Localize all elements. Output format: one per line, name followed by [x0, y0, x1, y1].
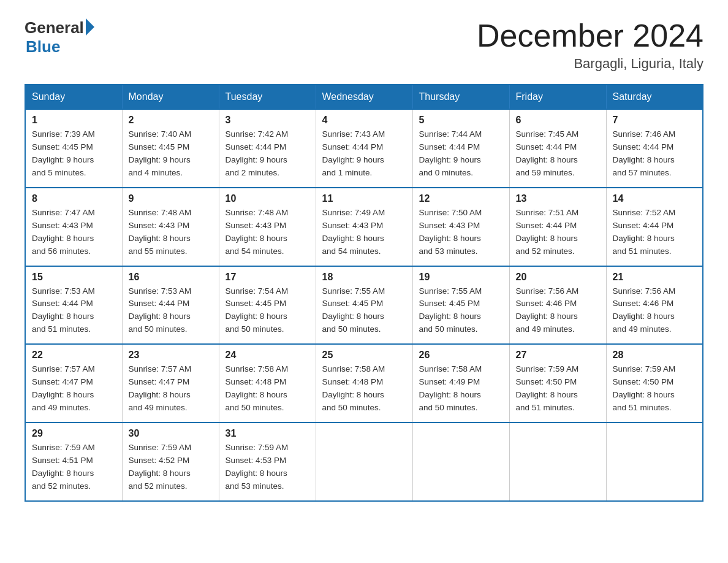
day-number: 3 — [226, 115, 309, 126]
header-thursday: Thursday — [412, 85, 509, 109]
calendar-cell: 25Sunrise: 7:58 AMSunset: 4:48 PMDayligh… — [316, 344, 412, 423]
calendar-cell: 20Sunrise: 7:56 AMSunset: 4:46 PMDayligh… — [509, 266, 606, 345]
day-info: Sunrise: 7:45 AMSunset: 4:44 PMDaylight:… — [516, 128, 600, 180]
day-info: Sunrise: 7:54 AMSunset: 4:45 PMDaylight:… — [226, 285, 309, 337]
calendar-cell: 15Sunrise: 7:53 AMSunset: 4:44 PMDayligh… — [25, 266, 122, 345]
calendar-cell — [316, 423, 412, 501]
calendar-week-row: 22Sunrise: 7:57 AMSunset: 4:47 PMDayligh… — [25, 344, 703, 423]
calendar-table: SundayMondayTuesdayWednesdayThursdayFrid… — [25, 84, 703, 501]
calendar-cell — [412, 423, 509, 501]
calendar-cell: 29Sunrise: 7:59 AMSunset: 4:51 PMDayligh… — [25, 423, 122, 501]
day-info: Sunrise: 7:59 AMSunset: 4:53 PMDaylight:… — [226, 442, 309, 493]
calendar-cell — [509, 423, 606, 501]
day-number: 2 — [129, 115, 213, 126]
calendar-cell: 1Sunrise: 7:39 AMSunset: 4:45 PMDaylight… — [25, 109, 122, 188]
header-monday: Monday — [122, 85, 219, 109]
logo-triangle-icon — [86, 18, 94, 36]
day-info: Sunrise: 7:57 AMSunset: 4:47 PMDaylight:… — [32, 363, 116, 415]
calendar-header-row: SundayMondayTuesdayWednesdayThursdayFrid… — [25, 85, 703, 109]
calendar-cell: 9Sunrise: 7:48 AMSunset: 4:43 PMDaylight… — [122, 188, 219, 266]
calendar-cell: 14Sunrise: 7:52 AMSunset: 4:44 PMDayligh… — [606, 188, 703, 266]
day-number: 14 — [613, 193, 697, 204]
day-info: Sunrise: 7:59 AMSunset: 4:50 PMDaylight:… — [516, 363, 600, 415]
day-info: Sunrise: 7:59 AMSunset: 4:50 PMDaylight:… — [613, 363, 697, 415]
calendar-cell: 5Sunrise: 7:44 AMSunset: 4:44 PMDaylight… — [412, 109, 509, 188]
calendar-cell: 26Sunrise: 7:58 AMSunset: 4:49 PMDayligh… — [412, 344, 509, 423]
day-number: 26 — [419, 350, 503, 361]
title-area: December 2024 Bargagli, Liguria, Italy — [477, 18, 703, 72]
calendar-week-row: 15Sunrise: 7:53 AMSunset: 4:44 PMDayligh… — [25, 266, 703, 345]
day-info: Sunrise: 7:48 AMSunset: 4:43 PMDaylight:… — [129, 207, 213, 258]
calendar-cell: 12Sunrise: 7:50 AMSunset: 4:43 PMDayligh… — [412, 188, 509, 266]
day-number: 17 — [226, 272, 309, 283]
day-number: 7 — [613, 115, 697, 126]
day-info: Sunrise: 7:59 AMSunset: 4:51 PMDaylight:… — [32, 442, 116, 493]
day-info: Sunrise: 7:40 AMSunset: 4:45 PMDaylight:… — [129, 128, 213, 180]
day-info: Sunrise: 7:44 AMSunset: 4:44 PMDaylight:… — [419, 128, 503, 180]
calendar-cell: 27Sunrise: 7:59 AMSunset: 4:50 PMDayligh… — [509, 344, 606, 423]
calendar-cell: 2Sunrise: 7:40 AMSunset: 4:45 PMDaylight… — [122, 109, 219, 188]
day-number: 18 — [322, 272, 406, 283]
day-number: 20 — [516, 272, 600, 283]
header-wednesday: Wednesday — [316, 85, 412, 109]
day-number: 6 — [516, 115, 600, 126]
day-info: Sunrise: 7:47 AMSunset: 4:43 PMDaylight:… — [32, 207, 116, 258]
day-number: 19 — [419, 272, 503, 283]
day-number: 27 — [516, 350, 600, 361]
day-number: 10 — [226, 193, 309, 204]
calendar-cell: 7Sunrise: 7:46 AMSunset: 4:44 PMDaylight… — [606, 109, 703, 188]
header-tuesday: Tuesday — [219, 85, 316, 109]
day-number: 12 — [419, 193, 503, 204]
day-info: Sunrise: 7:53 AMSunset: 4:44 PMDaylight:… — [32, 285, 116, 337]
calendar-cell: 21Sunrise: 7:56 AMSunset: 4:46 PMDayligh… — [606, 266, 703, 345]
calendar-cell: 10Sunrise: 7:48 AMSunset: 4:43 PMDayligh… — [219, 188, 316, 266]
calendar-cell: 22Sunrise: 7:57 AMSunset: 4:47 PMDayligh… — [25, 344, 122, 423]
day-number: 4 — [322, 115, 406, 126]
header-saturday: Saturday — [606, 85, 703, 109]
day-number: 30 — [129, 428, 213, 439]
day-number: 23 — [129, 350, 213, 361]
day-number: 15 — [32, 272, 116, 283]
logo-general-text: General — [25, 18, 84, 37]
day-info: Sunrise: 7:55 AMSunset: 4:45 PMDaylight:… — [419, 285, 503, 337]
calendar-week-row: 8Sunrise: 7:47 AMSunset: 4:43 PMDaylight… — [25, 188, 703, 266]
day-info: Sunrise: 7:51 AMSunset: 4:44 PMDaylight:… — [516, 207, 600, 258]
day-info: Sunrise: 7:42 AMSunset: 4:44 PMDaylight:… — [226, 128, 309, 180]
month-title: December 2024 — [477, 18, 703, 53]
calendar-cell: 30Sunrise: 7:59 AMSunset: 4:52 PMDayligh… — [122, 423, 219, 501]
day-info: Sunrise: 7:50 AMSunset: 4:43 PMDaylight:… — [419, 207, 503, 258]
day-number: 28 — [613, 350, 697, 361]
header-friday: Friday — [509, 85, 606, 109]
logo: General Blue — [25, 18, 94, 56]
day-number: 22 — [32, 350, 116, 361]
logo-blue-text: Blue — [26, 37, 60, 56]
day-number: 11 — [322, 193, 406, 204]
day-info: Sunrise: 7:48 AMSunset: 4:43 PMDaylight:… — [226, 207, 309, 258]
calendar-cell: 11Sunrise: 7:49 AMSunset: 4:43 PMDayligh… — [316, 188, 412, 266]
day-info: Sunrise: 7:59 AMSunset: 4:52 PMDaylight:… — [129, 442, 213, 493]
day-info: Sunrise: 7:58 AMSunset: 4:48 PMDaylight:… — [226, 363, 309, 415]
calendar-cell: 31Sunrise: 7:59 AMSunset: 4:53 PMDayligh… — [219, 423, 316, 501]
calendar-cell: 16Sunrise: 7:53 AMSunset: 4:44 PMDayligh… — [122, 266, 219, 345]
location-subtitle: Bargagli, Liguria, Italy — [477, 56, 703, 72]
day-number: 29 — [32, 428, 116, 439]
calendar-cell: 28Sunrise: 7:59 AMSunset: 4:50 PMDayligh… — [606, 344, 703, 423]
day-number: 8 — [32, 193, 116, 204]
day-info: Sunrise: 7:52 AMSunset: 4:44 PMDaylight:… — [613, 207, 697, 258]
day-number: 31 — [226, 428, 309, 439]
day-info: Sunrise: 7:43 AMSunset: 4:44 PMDaylight:… — [322, 128, 406, 180]
day-info: Sunrise: 7:53 AMSunset: 4:44 PMDaylight:… — [129, 285, 213, 337]
day-number: 24 — [226, 350, 309, 361]
calendar-cell: 4Sunrise: 7:43 AMSunset: 4:44 PMDaylight… — [316, 109, 412, 188]
page-header: General Blue December 2024 Bargagli, Lig… — [25, 18, 703, 72]
day-number: 5 — [419, 115, 503, 126]
day-number: 9 — [129, 193, 213, 204]
calendar-cell: 3Sunrise: 7:42 AMSunset: 4:44 PMDaylight… — [219, 109, 316, 188]
calendar-cell: 18Sunrise: 7:55 AMSunset: 4:45 PMDayligh… — [316, 266, 412, 345]
calendar-cell: 17Sunrise: 7:54 AMSunset: 4:45 PMDayligh… — [219, 266, 316, 345]
day-info: Sunrise: 7:58 AMSunset: 4:48 PMDaylight:… — [322, 363, 406, 415]
day-info: Sunrise: 7:39 AMSunset: 4:45 PMDaylight:… — [32, 128, 116, 180]
calendar-cell: 19Sunrise: 7:55 AMSunset: 4:45 PMDayligh… — [412, 266, 509, 345]
day-info: Sunrise: 7:56 AMSunset: 4:46 PMDaylight:… — [516, 285, 600, 337]
day-number: 16 — [129, 272, 213, 283]
